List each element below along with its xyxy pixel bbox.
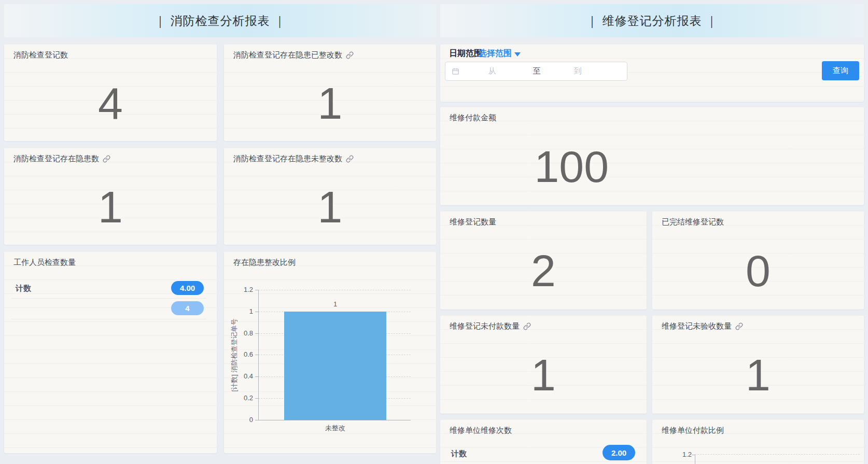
- hazard-unfixed-count-card: 消防检查登记存在隐患未整改数 1: [224, 148, 436, 245]
- card-title: 消防检查登记存在隐患数: [13, 154, 110, 164]
- gridline: [695, 454, 860, 455]
- completed-repair-count-value: 0: [652, 232, 864, 310]
- card-title: 已完结维修登记数: [662, 217, 724, 227]
- link-icon[interactable]: [346, 51, 354, 59]
- x-category-label: 未整改: [284, 424, 386, 433]
- y-tick: 0: [230, 415, 253, 425]
- chart-title: 维修单位付款比例: [662, 426, 724, 435]
- tick-mark: [255, 312, 258, 312]
- date-filter-card: 日期范围 选择范围 从 至 到 查询: [440, 44, 864, 102]
- y-tick: 0.8: [230, 329, 253, 338]
- fire-report-header: ｜ 消防检查分析报表 ｜: [4, 4, 436, 37]
- count-badge: 4.00: [171, 281, 204, 295]
- card-title: 维修单位维修次数: [450, 426, 512, 435]
- tick-mark: [255, 290, 258, 290]
- hazard-unfixed-count-value: 1: [224, 168, 436, 245]
- hazard-ratio-chart-card: 存在隐患整改比例 [计数] 消防检查登记单号 1.2 1 0.8 0.6 0.4…: [224, 251, 436, 453]
- count-badge-secondary: 4: [171, 301, 204, 315]
- tick-mark: [255, 376, 258, 377]
- date-separator: 至: [521, 62, 552, 80]
- unaccepted-repair-count-card: 维修登记未验收数量 1: [652, 315, 864, 414]
- date-range-input[interactable]: 从 至 到: [445, 62, 627, 81]
- y-tick: 1.2: [669, 450, 692, 459]
- hazard-fixed-count-value: 1: [224, 65, 436, 141]
- dashboard: ｜ 消防检查分析报表 ｜ 消防检查登记数 4 消防检查登记存在隐患已整改数 1 …: [0, 0, 868, 464]
- link-icon[interactable]: [523, 322, 531, 330]
- y-axis: [258, 290, 259, 420]
- select-range-link[interactable]: 选择范围: [479, 48, 521, 59]
- fire-inspection-count-card: 消防检查登记数 4: [4, 44, 217, 141]
- calendar-icon: [452, 67, 459, 77]
- row-divider: [11, 319, 206, 319]
- link-icon[interactable]: [735, 322, 743, 330]
- link-icon[interactable]: [346, 155, 354, 163]
- hazard-count-card: 消防检查登记存在隐患数 1: [4, 148, 217, 245]
- card-title: 维修登记数量: [450, 217, 496, 227]
- repair-payment-amount-value: 100: [440, 128, 703, 205]
- unaccepted-repair-count-value: 1: [652, 336, 864, 414]
- card-title: 维修付款金额: [450, 113, 496, 123]
- card-title: 维修登记未验收数量: [662, 321, 743, 331]
- y-tick: 0.2: [230, 393, 253, 403]
- repair-payment-amount-card: 维修付款金额 100: [440, 107, 864, 205]
- card-title: 工作人员检查数量: [13, 258, 76, 268]
- y-axis: [695, 455, 695, 464]
- card-title: 维修登记未付款数量: [450, 321, 531, 331]
- chart-title: 存在隐患整改比例: [233, 258, 296, 268]
- tick-mark: [255, 355, 258, 355]
- link-icon[interactable]: [103, 155, 110, 163]
- card-title: 消防检查登记数: [13, 50, 68, 60]
- chevron-down-icon: [514, 52, 521, 57]
- count-row-label: 计数: [16, 284, 31, 293]
- tick-mark: [255, 333, 258, 334]
- unpaid-repair-count-card: 维修登记未付款数量 1: [440, 315, 647, 414]
- repair-unit-count-card: 维修单位维修次数 计数 2.00: [440, 419, 647, 464]
- count-row-label: 计数: [451, 449, 467, 459]
- card-title: 消防检查登记存在隐患已整改数: [233, 50, 354, 60]
- x-axis: [258, 420, 411, 420]
- row-divider: [11, 298, 206, 299]
- gridline: [258, 290, 411, 290]
- completed-repair-count-card: 已完结维修登记数 0: [652, 211, 864, 310]
- fire-inspection-count-value: 4: [4, 65, 217, 141]
- unpaid-repair-count-value: 1: [440, 336, 647, 414]
- repair-report-header: ｜ 维修登记分析报表 ｜: [440, 4, 864, 37]
- staff-check-count-card: 工作人员检查数量 计数 4.00 4: [4, 251, 217, 453]
- hazard-fixed-count-card: 消防检查登记存在隐患已整改数 1: [224, 44, 436, 141]
- date-range-label: 日期范围: [449, 48, 482, 59]
- tick-mark: [255, 398, 258, 399]
- tick-mark: [255, 420, 258, 420]
- y-tick: 1: [230, 307, 253, 316]
- hazard-count-value: 1: [4, 168, 217, 245]
- date-to-placeholder: 到: [562, 62, 593, 80]
- date-from-placeholder: 从: [477, 62, 508, 80]
- repair-registration-count-card: 维修登记数量 2: [440, 211, 647, 310]
- repair-report-title: ｜ 维修登记分析报表 ｜: [586, 13, 718, 29]
- fire-report-title: ｜ 消防检查分析报表 ｜: [155, 13, 286, 29]
- repair-unit-payment-ratio-card: 维修单位付款比例 1.2: [652, 419, 864, 464]
- card-title: 消防检查登记存在隐患未整改数: [233, 154, 354, 164]
- bar-value-label: 1: [284, 300, 386, 308]
- y-tick: 0.4: [230, 372, 253, 381]
- y-tick: 1.2: [230, 285, 253, 294]
- bar-unfixed: [284, 312, 386, 420]
- search-button[interactable]: 查询: [822, 61, 859, 80]
- repair-registration-count-value: 2: [440, 232, 647, 310]
- y-tick: 0.6: [230, 350, 253, 359]
- count-badge: 2.00: [603, 445, 635, 460]
